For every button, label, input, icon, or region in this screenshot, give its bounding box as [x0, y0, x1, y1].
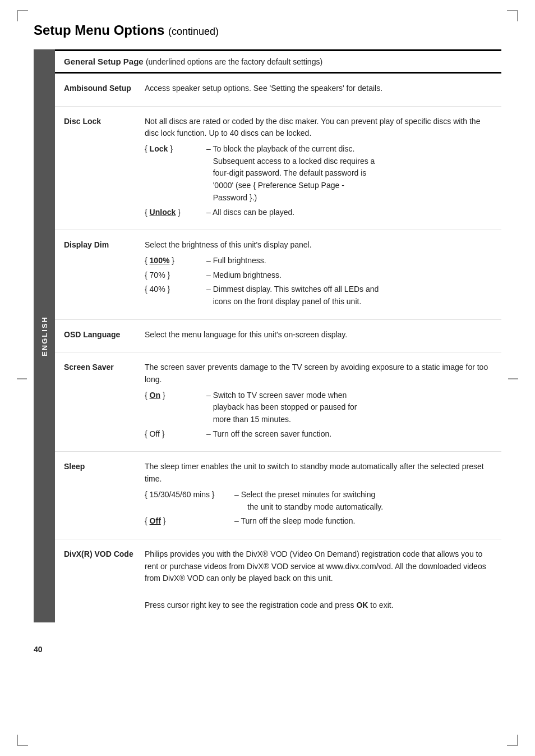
display-dim-key-100: { 100% }	[145, 255, 206, 267]
option-content-osd-language: Select the menu language for this unit's…	[145, 329, 492, 343]
screen-saver-key-on: { On }	[145, 390, 206, 426]
option-content-screen-saver: The screen saver prevents damage to the …	[145, 361, 492, 442]
display-dim-100: { 100% } – Full brightness.	[145, 255, 492, 267]
screen-saver-off: { Off } – Turn off the screen saver func…	[145, 428, 492, 441]
sleep-key-mins: { 15/30/45/60 mins }	[145, 489, 234, 513]
option-label-osd-language: OSD Language	[55, 329, 145, 343]
corner-mark-br	[507, 735, 518, 746]
option-content-disc-lock: Not all discs are rated or coded by the …	[145, 116, 492, 221]
disc-lock-key-unlock: { Unlock }	[145, 207, 206, 219]
side-mark-right	[508, 378, 518, 379]
option-row-display-dim: Display Dim Select the brightness of thi…	[55, 230, 501, 319]
option-label-disc-lock: Disc Lock	[55, 116, 145, 221]
option-label-divx-vod: DivX(R) VOD Code	[55, 548, 145, 613]
page-number: 40	[34, 645, 501, 654]
content-area: General Setup Page (underlined options a…	[55, 49, 501, 622]
display-dim-sub-items: { 100% } – Full brightness. { 70% } – Me…	[145, 255, 492, 308]
disc-lock-key-lock: { Lock }	[145, 143, 206, 204]
display-dim-val-100: – Full brightness.	[206, 255, 492, 267]
section-header-subtitle: (underlined options are the factory defa…	[146, 57, 322, 66]
divx-vod-description: Philips provides you with the DivX® VOD …	[145, 548, 492, 585]
sleep-sub-items: { 15/30/45/60 mins } – Select the preset…	[145, 489, 492, 528]
disc-lock-val-lock: – To block the playback of the current d…	[206, 143, 492, 204]
display-dim-description: Select the brightness of this unit's dis…	[145, 239, 492, 251]
disc-lock-sub-unlock: { Unlock } – All discs can be played.	[145, 207, 492, 219]
section-header: General Setup Page (underlined options a…	[55, 51, 501, 74]
corner-mark-tr	[507, 10, 518, 21]
display-dim-val-40: – Dimmest display. This switches off all…	[206, 283, 492, 308]
corner-mark-bl	[17, 735, 28, 746]
screen-saver-val-on: – Switch to TV screen saver mode when pl…	[206, 390, 492, 426]
disc-lock-description: Not all discs are rated or coded by the …	[145, 116, 492, 140]
disc-lock-sub-lock: { Lock } – To block the playback of the …	[145, 143, 492, 204]
sleep-description: The sleep timer enables the unit to swit…	[145, 461, 492, 485]
option-row-sleep: Sleep The sleep timer enables the unit t…	[55, 452, 501, 539]
sleep-key-off: { Off }	[145, 515, 234, 528]
option-label-ambisound: Ambisound Setup	[55, 83, 145, 97]
screen-saver-on: { On } – Switch to TV screen saver mode …	[145, 390, 492, 426]
option-row-divx-vod: DivX(R) VOD Code Philips provides you wi…	[55, 539, 501, 622]
page-title: Setup Menu Options (continued)	[34, 22, 501, 38]
option-label-display-dim: Display Dim	[55, 239, 145, 310]
display-dim-70: { 70% } – Medium brightness.	[145, 269, 492, 282]
divx-vod-description2: Press cursor right key to see the regist…	[145, 599, 492, 612]
disc-lock-val-unlock: – All discs can be played.	[206, 207, 492, 219]
screen-saver-val-off: – Turn off the screen saver function.	[206, 428, 492, 441]
display-dim-40: { 40% } – Dimmest display. This switches…	[145, 283, 492, 308]
display-dim-val-70: – Medium brightness.	[206, 269, 492, 282]
sleep-off: { Off } – Turn off the sleep mode functi…	[145, 515, 492, 528]
display-dim-key-70: { 70% }	[145, 269, 206, 282]
page-title-continued: (continued)	[168, 26, 219, 37]
screen-saver-description: The screen saver prevents damage to the …	[145, 361, 492, 386]
corner-mark-tl	[17, 10, 28, 21]
disc-lock-sub-items: { Lock } – To block the playback of the …	[145, 143, 492, 218]
osd-description: Select the menu language for this unit's…	[145, 329, 492, 341]
sidebar: English	[34, 49, 55, 622]
screen-saver-key-off: { Off }	[145, 428, 206, 441]
option-row-screen-saver: Screen Saver The screen saver prevents d…	[55, 352, 501, 452]
ambisound-description: Access speaker setup options. See 'Setti…	[145, 83, 492, 95]
page-title-main: Setup Menu Options	[34, 22, 164, 38]
option-content-display-dim: Select the brightness of this unit's dis…	[145, 239, 492, 310]
option-row-osd-language: OSD Language Select the menu language fo…	[55, 320, 501, 353]
section-header-title: General Setup Page	[64, 57, 144, 66]
option-row-ambisound: Ambisound Setup Access speaker setup opt…	[55, 74, 501, 107]
option-content-ambisound: Access speaker setup options. See 'Setti…	[145, 83, 492, 97]
sleep-val-mins: – Select the preset minutes for switchin…	[234, 489, 492, 513]
option-content-sleep: The sleep timer enables the unit to swit…	[145, 461, 492, 529]
option-label-screen-saver: Screen Saver	[55, 361, 145, 442]
option-row-disc-lock: Disc Lock Not all discs are rated or cod…	[55, 107, 501, 231]
sleep-mins: { 15/30/45/60 mins } – Select the preset…	[145, 489, 492, 513]
display-dim-key-40: { 40% }	[145, 283, 206, 308]
sleep-val-off: – Turn off the sleep mode function.	[234, 515, 492, 528]
screen-saver-sub-items: { On } – Switch to TV screen saver mode …	[145, 390, 492, 441]
side-mark-left	[17, 378, 27, 379]
main-layout: English General Setup Page (underlined o…	[34, 49, 501, 622]
option-content-divx-vod: Philips provides you with the DivX® VOD …	[145, 548, 492, 613]
sidebar-label: English	[40, 316, 49, 356]
option-label-sleep: Sleep	[55, 461, 145, 529]
